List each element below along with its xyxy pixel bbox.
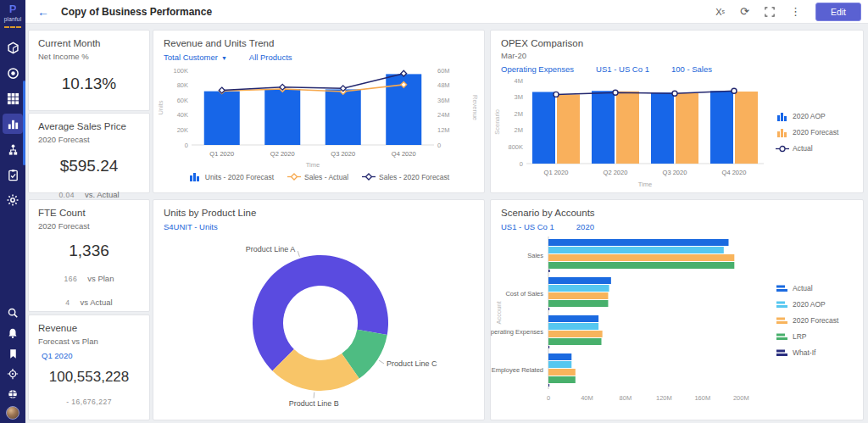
sidebar-item-tasks[interactable]: [3, 164, 23, 185]
legend-item[interactable]: Units - 2020 Forecast: [188, 172, 274, 181]
legend-hbars-icon: [776, 332, 789, 342]
brand-label: planful: [4, 16, 22, 22]
filter-year[interactable]: 2020: [576, 222, 594, 231]
legend-hbars-icon: [776, 348, 789, 358]
svg-text:24M: 24M: [437, 111, 450, 119]
kpi-card-fte-count[interactable]: FTE Count 2020 Forecast 1,336 166 vs Pla…: [28, 199, 150, 312]
legend-label: Units - 2020 Forecast: [205, 173, 274, 181]
refresh-icon[interactable]: ⟳: [740, 5, 749, 18]
filter-operating-expenses[interactable]: Operating Expenses: [501, 64, 574, 74]
kpi-value: 10.13%: [38, 75, 140, 93]
trend-chart[interactable]: 020K40K60K80K100K012M24M36M48M60MUnitsRe…: [154, 64, 483, 170]
legend-item[interactable]: Actual: [776, 144, 854, 153]
legend-bars-icon: [776, 128, 789, 137]
sidebar: P planful: [0, 0, 25, 423]
tasks-icon: [7, 169, 19, 181]
kpi-value: $595.24: [38, 157, 140, 175]
filter-company[interactable]: US1 - US Co 1: [596, 64, 649, 74]
panel-units-by-product-line: Units by Product Line S4UNIT - Units Pro…: [153, 199, 485, 420]
kpi-comparison-label: vs. Actual: [85, 190, 120, 199]
svg-text:Q2 2020: Q2 2020: [604, 169, 628, 176]
svg-text:Q2 2020: Q2 2020: [270, 150, 295, 158]
kpi-subtitle: Net Income %: [38, 52, 140, 61]
legend-item[interactable]: 2020 Forecast: [776, 128, 854, 137]
svg-text:Sales: Sales: [527, 252, 543, 259]
legend-hbars-icon: [776, 300, 789, 309]
kpi-card-average-sales-price[interactable]: Average Sales Price 2020 Forecast $595.2…: [28, 113, 150, 193]
kpi-card-revenue[interactable]: Revenue Forecast vs Plan Q1 2020 100,553…: [28, 314, 150, 420]
back-arrow-icon[interactable]: ←: [37, 5, 49, 19]
legend-item[interactable]: 2020 AOP: [776, 112, 854, 121]
svg-text:Scenario: Scenario: [493, 109, 501, 135]
sidebar-item-globe[interactable]: [3, 385, 22, 404]
svg-text:160M: 160M: [694, 394, 710, 402]
legend-diamond-icon: [362, 172, 376, 181]
donut-chart[interactable]: Product Line AProduct Line CProduct Line…: [154, 231, 483, 413]
svg-text:80M: 80M: [620, 394, 632, 402]
scenario-chart[interactable]: 040M80M120M160M200MAccountSalesCost of S…: [491, 231, 776, 409]
legend-label: Actual: [793, 144, 813, 153]
sidebar-scrollbar[interactable]: [23, 81, 25, 165]
kpi-title: FTE Count: [38, 208, 140, 218]
sidebar-item-hierarchy[interactable]: [3, 139, 23, 159]
legend-label: Actual: [793, 284, 813, 292]
legend-label: 2020 Forecast: [793, 316, 838, 325]
opex-chart[interactable]: 4M3M2M2M800K0ScenarioQ1 2020Q2 2020Q3 20…: [491, 74, 776, 191]
kpi-period-link[interactable]: Q1 2020: [42, 351, 140, 360]
legend-item[interactable]: Sales - 2020 Forecast: [362, 172, 449, 181]
legend-hbars-icon: [776, 284, 789, 293]
kpi-delta: 166: [64, 275, 78, 283]
filter-company[interactable]: US1 - US Co 1: [501, 222, 554, 231]
panel-title: OPEX Comparison: [501, 38, 853, 48]
sidebar-item-cube[interactable]: [3, 37, 23, 58]
filter-all-products[interactable]: All Products: [249, 53, 292, 62]
planful-logo-icon[interactable]: P: [9, 3, 17, 15]
legend-item[interactable]: What-If: [776, 348, 854, 358]
kpi-title: Revenue: [38, 323, 140, 333]
kpi-card-current-month[interactable]: Current Month Net Income % 10.13%: [28, 30, 150, 111]
legend-label: 2020 AOP: [793, 300, 826, 309]
legend-ring-icon: [776, 144, 789, 153]
legend-item[interactable]: 2020 Forecast: [776, 316, 854, 326]
kpi-title: Current Month: [38, 38, 140, 48]
panel-scenario-by-accounts: Scenario by Accounts US1 - US Co 1 2020 …: [490, 199, 864, 420]
legend-item[interactable]: Sales - Actual: [287, 172, 348, 181]
legend-label: LRP: [793, 332, 807, 341]
user-avatar[interactable]: [6, 406, 19, 420]
sidebar-item-search[interactable]: [3, 303, 22, 322]
svg-text:60K: 60K: [177, 97, 188, 104]
fullscreen-icon[interactable]: [765, 7, 775, 17]
legend-item[interactable]: Actual: [776, 284, 854, 293]
sidebar-item-dashboards[interactable]: [3, 114, 23, 134]
legend-label: 2020 Forecast: [793, 128, 838, 136]
cube-icon: [7, 42, 19, 54]
svg-text:Time: Time: [306, 161, 320, 169]
panel-title: Units by Product Line: [164, 208, 474, 218]
sidebar-item-grid[interactable]: [3, 88, 23, 109]
sidebar-item-settings[interactable]: [3, 190, 23, 210]
sidebar-item-notifications[interactable]: [3, 324, 22, 342]
crosshair-icon: [7, 368, 19, 380]
sidebar-item-target[interactable]: [3, 63, 23, 83]
sidebar-item-bookmark[interactable]: [3, 344, 22, 363]
svg-text:Q1 2020: Q1 2020: [544, 169, 569, 176]
edit-button[interactable]: Edit: [815, 3, 861, 21]
legend-item[interactable]: 2020 AOP: [776, 300, 854, 309]
panel-title: Scenario by Accounts: [501, 208, 853, 218]
svg-text:48M: 48M: [437, 81, 450, 89]
legend-item[interactable]: LRP: [776, 332, 854, 342]
svg-text:Product Line A: Product Line A: [246, 245, 296, 253]
legend-label: What-If: [793, 348, 815, 357]
kebab-menu-icon[interactable]: ⋮: [790, 5, 801, 18]
svg-text:Account: Account: [495, 301, 503, 325]
svg-text:40K: 40K: [177, 111, 188, 119]
filter-account[interactable]: 100 - Sales: [671, 64, 712, 74]
sidebar-item-crosshair[interactable]: [3, 365, 22, 383]
filter-s4unit-units[interactable]: S4UNIT - Units: [164, 222, 218, 231]
svg-text:20K: 20K: [177, 126, 188, 134]
svg-text:800K: 800K: [508, 143, 523, 151]
filter-total-customer[interactable]: Total Customer▼: [164, 53, 227, 62]
svg-text:Q3 2020: Q3 2020: [331, 150, 355, 158]
legend-bars-icon: [188, 172, 202, 181]
substitution-variables-icon[interactable]: Xs: [715, 7, 725, 17]
